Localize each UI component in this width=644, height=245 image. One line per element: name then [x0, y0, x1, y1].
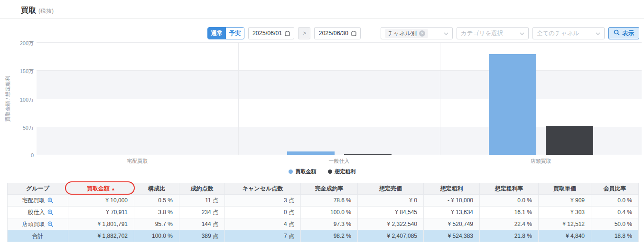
table-cell: 0.5 % [134, 195, 179, 207]
table-cell: 95.7 % [134, 218, 179, 230]
legend-dot [289, 170, 293, 174]
chart-band [37, 99, 642, 127]
table-cell: 3.8 % [134, 207, 179, 218]
legend-dot [328, 170, 332, 174]
summary-table: グループ買取金額▲構成比成約点数キャンセル点数完全成約率想定売価想定粗利想定粗利… [7, 183, 638, 242]
x-axis-label: 宅配買取 [90, 158, 185, 165]
gridline [37, 70, 642, 71]
show-button[interactable]: 表示 [608, 27, 639, 39]
table-header-row: グループ買取金額▲構成比成約点数キャンセル点数完全成約率想定売価想定粗利想定粗利… [8, 183, 639, 195]
category-select[interactable]: カテゴリを選択 [457, 27, 529, 39]
x-axis-label: 店頭買取 [494, 158, 588, 165]
table-cell: 234 点 [179, 207, 225, 218]
table-cell: 0.0 % [480, 195, 539, 207]
chevron-down-icon [520, 30, 524, 37]
remove-tag-icon[interactable]: ✕ [419, 30, 425, 37]
bar-想定粗利 [546, 126, 593, 155]
table-cell: ¥ 70,911 [68, 207, 134, 218]
group-cell: 宅配買取 [8, 195, 68, 207]
table-cell: 3 点 [225, 195, 301, 207]
date-range-arrow-button[interactable]: > [298, 27, 310, 39]
chevron-down-icon [596, 30, 600, 37]
group-name: 一般仕入 [8, 208, 68, 217]
section-divider [440, 43, 440, 155]
legend-item[interactable]: 買取金額 [289, 168, 317, 175]
table-cell: ¥ 524,383 [424, 230, 480, 242]
table-cell: 0 点 [225, 207, 301, 218]
table-cell: ¥ 10,000 [68, 195, 134, 207]
table-cell: 0.0 % [591, 195, 639, 207]
group-name: 宅配買取 [8, 197, 68, 205]
table-cell: 11 点 [179, 195, 225, 207]
table-cell: 22.4 % [480, 218, 539, 230]
chevron-down-icon [444, 30, 448, 37]
table-cell: ¥ 1,882,702 [68, 230, 134, 242]
toolbar: 通常 予実 2025/06/01 > 2025/06/30 チャネル別 ✕ カテ… [207, 27, 639, 39]
column-header-3[interactable]: 構成比 [134, 183, 179, 195]
page-title: 買取 [21, 6, 36, 16]
gridline [37, 99, 642, 99]
group-by-select[interactable]: チャネル別 ✕ [381, 27, 453, 39]
table-cell: ¥ 2,322,540 [358, 218, 424, 230]
calendar-icon [285, 31, 290, 36]
page-title-suffix: (税抜) [38, 7, 54, 15]
group-label: 店頭買取 [22, 220, 45, 228]
page-header: 買取 (税抜) [21, 6, 54, 16]
column-header-1[interactable]: グループ [8, 183, 68, 195]
column-header-2[interactable]: 買取金額▲ [68, 183, 134, 195]
chart-band [37, 43, 642, 71]
table-cell: - ¥ 10,000 [424, 195, 480, 207]
column-header-11[interactable]: 会員比率 [591, 183, 639, 195]
table-row: 一般仕入¥ 70,9113.8 %234 点0 点100.0 %¥ 84,545… [8, 207, 639, 218]
zoom-icon[interactable] [47, 221, 54, 227]
gridline [37, 42, 642, 43]
table-cell: 100.0 % [134, 230, 179, 242]
mode-forecast-button[interactable]: 予実 [226, 28, 244, 39]
channel-select[interactable]: 全てのチャネル [532, 27, 605, 39]
table-cell: 18.8 % [591, 230, 639, 242]
group-cell: 一般仕入 [8, 207, 68, 218]
table-cell: 98.2 % [301, 230, 358, 242]
bar-買取金額 [489, 54, 536, 156]
legend-item[interactable]: 想定粗利 [328, 168, 356, 175]
column-header-9[interactable]: 想定粗利率 [480, 183, 539, 195]
table-row: 合計¥ 1,882,702100.0 %389 点7 点98.2 %¥ 2,40… [8, 230, 639, 242]
mode-toggle: 通常 予実 [207, 27, 244, 39]
table-cell: ¥ 12,512 [539, 218, 591, 230]
column-header-8[interactable]: 想定粗利 [424, 183, 480, 195]
x-axis-line [37, 155, 642, 155]
table-cell: ¥ 1,801,791 [68, 218, 134, 230]
x-axis-label: 一般仕入 [292, 158, 387, 165]
group-cell: 店頭買取 [8, 218, 68, 230]
data-table: グループ買取金額▲構成比成約点数キャンセル点数完全成約率想定売価想定粗利想定粗利… [7, 183, 639, 242]
legend-label: 想定粗利 [335, 168, 356, 175]
column-header-4[interactable]: 成約点数 [179, 183, 225, 195]
zoom-icon[interactable] [47, 209, 54, 216]
table-row: 店頭買取¥ 1,801,79195.7 %144 点4 点97.3 %¥ 2,3… [8, 218, 639, 230]
group-label: 宅配買取 [22, 197, 45, 205]
table-cell: 16.1 % [480, 207, 539, 218]
mode-normal-button[interactable]: 通常 [208, 28, 226, 39]
date-to-value: 2025/06/30 [318, 30, 348, 37]
column-header-5[interactable]: キャンセル点数 [225, 183, 301, 195]
group-label: 合計 [32, 232, 44, 240]
column-header-10[interactable]: 買取単価 [539, 183, 591, 195]
chart-legend: 買取金額想定粗利 [0, 168, 644, 175]
zoom-icon[interactable] [47, 198, 54, 204]
column-header-7[interactable]: 想定売価 [358, 183, 424, 195]
legend-label: 買取金額 [296, 168, 317, 175]
y-axis-tick: 0 [10, 152, 34, 158]
table-cell: ¥ 520,749 [424, 218, 480, 230]
table-cell: 50.0 % [591, 218, 639, 230]
category-placeholder: カテゴリを選択 [461, 29, 503, 38]
table-cell: 78.6 % [301, 195, 358, 207]
column-header-6[interactable]: 完全成約率 [301, 183, 358, 195]
group-label: 一般仕入 [22, 208, 45, 217]
date-from-input[interactable]: 2025/06/01 [248, 27, 295, 39]
y-axis-tick: 50万 [10, 124, 34, 132]
table-cell: 21.8 % [480, 230, 539, 242]
column-header-label: 買取金額 [87, 185, 110, 192]
group-by-tag: チャネル別 ✕ [385, 29, 428, 38]
date-to-input[interactable]: 2025/06/30 [314, 27, 361, 39]
table-cell: ¥ 0 [358, 195, 424, 207]
